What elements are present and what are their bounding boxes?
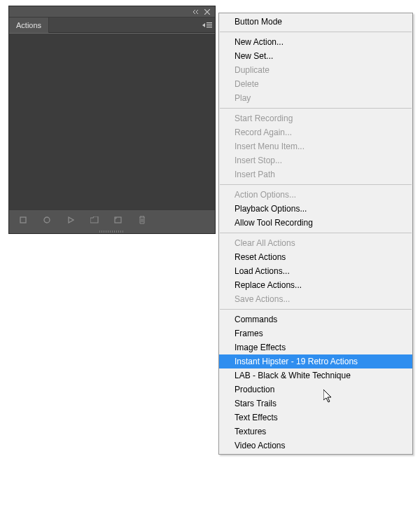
svg-rect-5 — [115, 217, 121, 223]
menu-item-insert-stop: Insert Stop... — [219, 153, 412, 167]
svg-rect-1 — [206, 25, 212, 25]
menu-item-commands[interactable]: Commands — [219, 312, 412, 326]
menu-item-load-actions[interactable]: Load Actions... — [219, 264, 412, 278]
menu-item-production[interactable]: Production — [219, 382, 412, 397]
menu-item-replace-actions[interactable]: Replace Actions... — [219, 278, 412, 292]
collapse-icon[interactable] — [192, 8, 200, 15]
menu-item-reset-actions[interactable]: Reset Actions — [219, 250, 412, 264]
menu-item-playback-options[interactable]: Playback Options... — [219, 202, 412, 216]
menu-item-button-mode[interactable]: Button Mode — [219, 15, 412, 29]
play-icon[interactable] — [65, 214, 76, 226]
menu-item-new-action[interactable]: New Action... — [219, 35, 412, 49]
tab-label: Actions — [16, 21, 41, 29]
actions-list-body — [9, 33, 215, 209]
menu-item-start-recording: Start Recording — [219, 111, 412, 125]
actions-panel: Actions — [8, 6, 216, 234]
actions-panel-menu: Button ModeNew Action...New Set...Duplic… — [218, 13, 413, 455]
menu-item-text-effects[interactable]: Text Effects — [219, 411, 412, 425]
menu-item-new-set[interactable]: New Set... — [219, 49, 412, 63]
svg-point-4 — [44, 217, 50, 223]
close-icon[interactable] — [204, 8, 211, 15]
menu-item-record-again: Record Again... — [219, 125, 412, 139]
menu-item-clear-all-actions: Clear All Actions — [219, 236, 412, 250]
menu-item-lab-black-white-technique[interactable]: LAB - Black & White Technique — [219, 368, 412, 382]
menu-item-frames[interactable]: Frames — [219, 326, 412, 340]
stop-icon[interactable] — [18, 214, 29, 226]
menu-item-allow-tool-recording[interactable]: Allow Tool Recording — [219, 216, 412, 230]
panel-menu-button[interactable] — [200, 18, 215, 33]
menu-separator — [220, 184, 412, 185]
new-set-icon[interactable] — [89, 214, 100, 226]
menu-item-image-effects[interactable]: Image Effects — [219, 340, 412, 354]
menu-separator — [220, 108, 412, 109]
menu-item-stars-trails[interactable]: Stars Trails — [219, 397, 412, 411]
menu-separator — [220, 309, 412, 310]
menu-item-instant-hipster-19-retro-actions[interactable]: Instant Hipster - 19 Retro Actions — [219, 354, 412, 368]
new-action-icon[interactable] — [113, 214, 124, 226]
resize-grip[interactable] — [9, 229, 215, 233]
svg-rect-3 — [20, 217, 26, 223]
menu-item-duplicate: Duplicate — [219, 63, 412, 77]
menu-item-play: Play — [219, 91, 412, 105]
menu-item-save-actions: Save Actions... — [219, 292, 412, 306]
panel-titlebar — [9, 6, 215, 18]
svg-rect-0 — [206, 22, 212, 23]
svg-rect-2 — [206, 27, 212, 27]
menu-item-insert-path: Insert Path — [219, 167, 412, 181]
tab-actions[interactable]: Actions — [9, 18, 49, 33]
panel-tab-bar: Actions — [9, 18, 215, 33]
menu-item-textures[interactable]: Textures — [219, 425, 412, 439]
trash-icon[interactable] — [136, 214, 148, 226]
panel-footer — [9, 209, 215, 229]
menu-item-insert-menu-item: Insert Menu Item... — [219, 139, 412, 153]
menu-separator — [220, 233, 412, 233]
menu-separator — [220, 32, 412, 32]
menu-item-action-options: Action Options... — [219, 188, 412, 202]
menu-item-delete: Delete — [219, 77, 412, 91]
menu-item-video-actions[interactable]: Video Actions — [219, 439, 412, 453]
record-icon[interactable] — [41, 214, 52, 226]
